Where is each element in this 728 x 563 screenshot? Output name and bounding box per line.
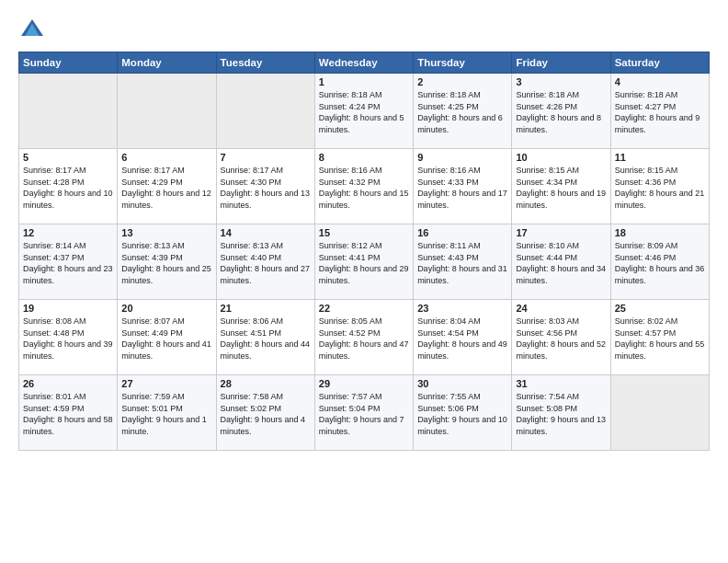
calendar-cell: 2Sunrise: 8:18 AMSunset: 4:25 PMDaylight… [414,74,512,149]
day-detail: Sunrise: 8:16 AMSunset: 4:32 PMDaylight:… [319,165,409,211]
weekday-header-wednesday: Wednesday [314,52,413,74]
day-number: 18 [615,227,705,238]
day-detail: Sunrise: 7:58 AMSunset: 5:02 PMDaylight:… [221,391,311,437]
day-detail: Sunrise: 8:17 AMSunset: 4:30 PMDaylight:… [221,165,311,211]
calendar-cell: 15Sunrise: 8:12 AMSunset: 4:41 PMDayligh… [314,224,413,300]
day-detail: Sunrise: 7:57 AMSunset: 5:04 PMDaylight:… [319,391,409,437]
day-detail: Sunrise: 8:18 AMSunset: 4:25 PMDaylight:… [417,89,507,135]
day-number: 28 [221,378,311,389]
weekday-header-monday: Monday [118,52,216,74]
day-detail: Sunrise: 8:08 AMSunset: 4:48 PMDaylight:… [23,316,113,362]
calendar-cell: 6Sunrise: 8:17 AMSunset: 4:29 PMDaylight… [118,149,216,224]
weekday-header-row: SundayMondayTuesdayWednesdayThursdayFrid… [19,52,710,74]
day-detail: Sunrise: 8:05 AMSunset: 4:52 PMDaylight:… [319,316,409,362]
day-detail: Sunrise: 8:04 AMSunset: 4:54 PMDaylight:… [417,316,507,362]
calendar-cell: 22Sunrise: 8:05 AMSunset: 4:52 PMDayligh… [314,300,413,375]
logo-icon [18,17,46,44]
day-number: 8 [319,152,409,163]
calendar-cell: 3Sunrise: 8:18 AMSunset: 4:26 PMDaylight… [512,74,610,149]
calendar-table: SundayMondayTuesdayWednesdayThursdayFrid… [18,52,710,451]
day-detail: Sunrise: 8:03 AMSunset: 4:56 PMDaylight:… [516,316,606,362]
day-detail: Sunrise: 8:09 AMSunset: 4:46 PMDaylight:… [615,240,705,286]
day-detail: Sunrise: 8:18 AMSunset: 4:26 PMDaylight:… [516,89,606,135]
day-number: 11 [615,152,705,163]
calendar-cell: 1Sunrise: 8:18 AMSunset: 4:24 PMDaylight… [314,74,413,149]
day-number: 13 [121,227,211,238]
day-detail: Sunrise: 8:16 AMSunset: 4:33 PMDaylight:… [417,165,507,211]
day-detail: Sunrise: 8:02 AMSunset: 4:57 PMDaylight:… [615,316,705,362]
day-detail: Sunrise: 8:10 AMSunset: 4:44 PMDaylight:… [516,240,606,286]
day-detail: Sunrise: 8:17 AMSunset: 4:28 PMDaylight:… [23,165,113,211]
calendar-cell: 4Sunrise: 8:18 AMSunset: 4:27 PMDaylight… [610,74,709,149]
day-detail: Sunrise: 8:12 AMSunset: 4:41 PMDaylight:… [319,240,409,286]
calendar-cell [216,74,314,149]
day-number: 16 [417,227,507,238]
day-number: 23 [417,303,507,314]
day-detail: Sunrise: 8:06 AMSunset: 4:51 PMDaylight:… [221,316,311,362]
calendar-week-1: 1Sunrise: 8:18 AMSunset: 4:24 PMDaylight… [19,74,710,149]
calendar-week-4: 19Sunrise: 8:08 AMSunset: 4:48 PMDayligh… [19,300,710,375]
day-number: 1 [319,76,409,87]
calendar-cell: 23Sunrise: 8:04 AMSunset: 4:54 PMDayligh… [414,300,512,375]
day-detail: Sunrise: 8:18 AMSunset: 4:27 PMDaylight:… [615,89,705,135]
day-number: 21 [221,303,311,314]
calendar-cell [118,74,216,149]
calendar-week-3: 12Sunrise: 8:14 AMSunset: 4:37 PMDayligh… [19,224,710,300]
day-number: 24 [516,303,606,314]
day-number: 4 [615,76,705,87]
calendar-cell: 9Sunrise: 8:16 AMSunset: 4:33 PMDaylight… [414,149,512,224]
day-number: 5 [23,152,113,163]
day-number: 6 [121,152,211,163]
weekday-header-friday: Friday [512,52,610,74]
day-number: 9 [417,152,507,163]
day-detail: Sunrise: 7:55 AMSunset: 5:06 PMDaylight:… [417,391,507,437]
calendar-cell: 18Sunrise: 8:09 AMSunset: 4:46 PMDayligh… [610,224,709,300]
day-number: 15 [319,227,409,238]
day-detail: Sunrise: 8:15 AMSunset: 4:34 PMDaylight:… [516,165,606,211]
calendar-cell: 13Sunrise: 8:13 AMSunset: 4:39 PMDayligh… [118,224,216,300]
calendar-cell: 14Sunrise: 8:13 AMSunset: 4:40 PMDayligh… [216,224,314,300]
weekday-header-sunday: Sunday [19,52,118,74]
day-number: 12 [23,227,113,238]
calendar-cell: 26Sunrise: 8:01 AMSunset: 4:59 PMDayligh… [19,375,118,451]
day-detail: Sunrise: 8:18 AMSunset: 4:24 PMDaylight:… [319,89,409,135]
calendar-cell: 20Sunrise: 8:07 AMSunset: 4:49 PMDayligh… [118,300,216,375]
calendar-cell [610,375,709,451]
calendar-cell: 30Sunrise: 7:55 AMSunset: 5:06 PMDayligh… [414,375,512,451]
day-number: 26 [23,378,113,389]
day-number: 10 [516,152,606,163]
day-detail: Sunrise: 7:59 AMSunset: 5:01 PMDaylight:… [121,391,211,437]
day-detail: Sunrise: 8:07 AMSunset: 4:49 PMDaylight:… [121,316,211,362]
day-detail: Sunrise: 8:13 AMSunset: 4:39 PMDaylight:… [121,240,211,286]
calendar-cell: 16Sunrise: 8:11 AMSunset: 4:43 PMDayligh… [414,224,512,300]
day-number: 14 [221,227,311,238]
calendar-cell: 29Sunrise: 7:57 AMSunset: 5:04 PMDayligh… [314,375,413,451]
day-number: 22 [319,303,409,314]
day-detail: Sunrise: 8:13 AMSunset: 4:40 PMDaylight:… [221,240,311,286]
day-number: 29 [319,378,409,389]
day-number: 30 [417,378,507,389]
calendar-cell: 10Sunrise: 8:15 AMSunset: 4:34 PMDayligh… [512,149,610,224]
day-number: 2 [417,76,507,87]
day-number: 27 [121,378,211,389]
logo [18,17,50,44]
calendar-cell: 19Sunrise: 8:08 AMSunset: 4:48 PMDayligh… [19,300,118,375]
day-detail: Sunrise: 8:15 AMSunset: 4:36 PMDaylight:… [615,165,705,211]
calendar-cell: 28Sunrise: 7:58 AMSunset: 5:02 PMDayligh… [216,375,314,451]
calendar-cell: 12Sunrise: 8:14 AMSunset: 4:37 PMDayligh… [19,224,118,300]
calendar-cell: 24Sunrise: 8:03 AMSunset: 4:56 PMDayligh… [512,300,610,375]
header [18,17,710,44]
day-detail: Sunrise: 8:01 AMSunset: 4:59 PMDaylight:… [23,391,113,437]
day-detail: Sunrise: 8:14 AMSunset: 4:37 PMDaylight:… [23,240,113,286]
weekday-header-thursday: Thursday [414,52,512,74]
page: SundayMondayTuesdayWednesdayThursdayFrid… [0,0,728,563]
day-number: 19 [23,303,113,314]
calendar-cell: 11Sunrise: 8:15 AMSunset: 4:36 PMDayligh… [610,149,709,224]
day-detail: Sunrise: 7:54 AMSunset: 5:08 PMDaylight:… [516,391,606,437]
calendar-cell: 5Sunrise: 8:17 AMSunset: 4:28 PMDaylight… [19,149,118,224]
weekday-header-tuesday: Tuesday [216,52,314,74]
calendar-cell: 25Sunrise: 8:02 AMSunset: 4:57 PMDayligh… [610,300,709,375]
calendar-cell: 31Sunrise: 7:54 AMSunset: 5:08 PMDayligh… [512,375,610,451]
calendar-cell: 27Sunrise: 7:59 AMSunset: 5:01 PMDayligh… [118,375,216,451]
day-detail: Sunrise: 8:11 AMSunset: 4:43 PMDaylight:… [417,240,507,286]
